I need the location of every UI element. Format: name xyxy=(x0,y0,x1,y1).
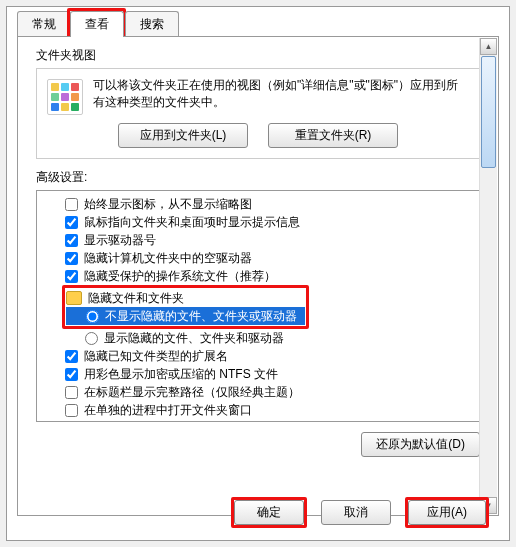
folder-options-dialog: 常规 查看 搜索 文件夹视图 可以将该文件夹正在使用的视图（例如"详细信息"或"… xyxy=(6,6,510,541)
list-item[interactable]: 用彩色显示加密或压缩的 NTFS 文件 xyxy=(65,365,473,383)
list-item[interactable]: 隐藏受保护的操作系统文件（推荐） xyxy=(65,267,473,285)
list-item[interactable]: 显示隐藏的文件、文件夹和驱动器 xyxy=(65,329,473,347)
checkbox[interactable] xyxy=(65,198,78,211)
cancel-button[interactable]: 取消 xyxy=(321,500,391,525)
checkbox[interactable] xyxy=(65,368,78,381)
tab-general[interactable]: 常规 xyxy=(17,11,71,37)
restore-defaults-button[interactable]: 还原为默认值(D) xyxy=(361,432,480,457)
checkbox[interactable] xyxy=(65,386,78,399)
dialog-footer: 确定 取消 应用(A) xyxy=(231,497,489,528)
tab-search[interactable]: 搜索 xyxy=(125,11,179,37)
checkbox[interactable] xyxy=(65,234,78,247)
folder-views-description: 可以将该文件夹正在使用的视图（例如"详细信息"或"图标"）应用到所有这种类型的文… xyxy=(93,77,469,115)
list-item[interactable]: 在标题栏显示完整路径（仅限经典主题） xyxy=(65,383,473,401)
list-item[interactable]: 隐藏文件和文件夹 xyxy=(66,289,305,307)
folder-views-group: 可以将该文件夹正在使用的视图（例如"详细信息"或"图标"）应用到所有这种类型的文… xyxy=(36,68,480,159)
folder-icon xyxy=(66,291,82,305)
list-item[interactable]: 显示驱动器号 xyxy=(65,231,473,249)
list-item[interactable]: 隐藏已知文件类型的扩展名 xyxy=(65,347,473,365)
folder-views-label: 文件夹视图 xyxy=(36,47,480,64)
folder-views-icon xyxy=(47,79,83,115)
reset-folders-button[interactable]: 重置文件夹(R) xyxy=(268,123,398,148)
list-item[interactable]: 始终显示图标，从不显示缩略图 xyxy=(65,195,473,213)
scrollbar[interactable]: ▲ ▼ xyxy=(479,190,480,422)
list-item[interactable]: 鼠标指向文件夹和桌面项时显示提示信息 xyxy=(65,213,473,231)
list-item[interactable]: 在缩略图上显示文件图标 xyxy=(65,419,473,422)
tab-strip: 常规 查看 搜索 xyxy=(7,7,509,37)
ok-button[interactable]: 确定 xyxy=(234,500,304,525)
checkbox[interactable] xyxy=(65,216,78,229)
apply-to-folders-button[interactable]: 应用到文件夹(L) xyxy=(118,123,248,148)
checkbox[interactable] xyxy=(65,270,78,283)
checkbox[interactable] xyxy=(65,350,78,363)
radio[interactable] xyxy=(86,310,99,323)
advanced-settings-label: 高级设置: xyxy=(36,169,480,186)
checkbox[interactable] xyxy=(65,404,78,417)
list-item[interactable]: 在单独的进程中打开文件夹窗口 xyxy=(65,401,473,419)
tab-panel-view: 文件夹视图 可以将该文件夹正在使用的视图（例如"详细信息"或"图标"）应用到所有… xyxy=(17,36,499,516)
checkbox[interactable] xyxy=(65,422,78,423)
list-item[interactable]: 隐藏计算机文件夹中的空驱动器 xyxy=(65,249,473,267)
advanced-settings-tree[interactable]: 始终显示图标，从不显示缩略图 鼠标指向文件夹和桌面项时显示提示信息 显示驱动器号… xyxy=(36,190,480,422)
checkbox[interactable] xyxy=(65,252,78,265)
radio[interactable] xyxy=(85,332,98,345)
tab-view[interactable]: 查看 xyxy=(70,11,124,37)
list-item[interactable]: 不显示隐藏的文件、文件夹或驱动器 xyxy=(66,307,305,325)
apply-button[interactable]: 应用(A) xyxy=(408,500,486,525)
